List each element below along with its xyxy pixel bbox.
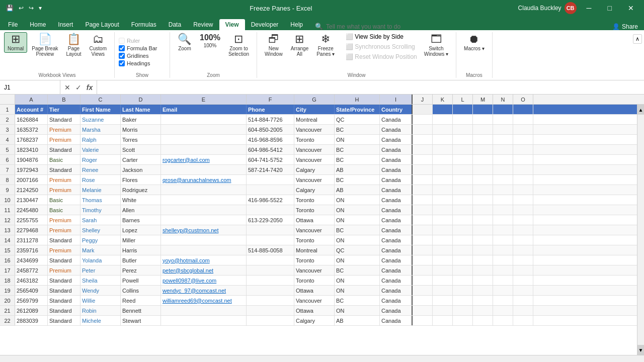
synchronous-scrolling-button[interactable]: ⬜ Synchronous Scrolling: [343, 42, 419, 51]
cell-i8[interactable]: Canada: [380, 175, 413, 185]
cell-a9[interactable]: 2124250: [15, 185, 48, 195]
col-header-l[interactable]: L: [453, 95, 473, 104]
undo-button[interactable]: ↩: [17, 4, 26, 13]
cell-e8[interactable]: qrose@arunachalnews.com: [161, 175, 247, 185]
save-button[interactable]: 💾: [4, 4, 16, 13]
cell-i22[interactable]: Canada: [380, 316, 413, 325]
cell-e7[interactable]: [161, 165, 247, 174]
col-header-o[interactable]: O: [513, 95, 533, 104]
cell-m6[interactable]: [473, 155, 493, 164]
cell-j16[interactable]: [413, 255, 433, 265]
cell-n5[interactable]: [493, 145, 513, 154]
tab-insert[interactable]: Insert: [52, 19, 79, 30]
cell-i19[interactable]: Canada: [380, 286, 413, 295]
cell-e9[interactable]: [161, 185, 247, 195]
tab-developer[interactable]: Developer: [245, 19, 285, 30]
col-header-m[interactable]: M: [473, 95, 493, 104]
cell-b15[interactable]: Premium: [48, 245, 80, 255]
cell-j20[interactable]: [413, 296, 433, 305]
redo-button[interactable]: ↪: [27, 4, 36, 13]
cell-l4[interactable]: [453, 135, 473, 144]
cell-e1[interactable]: Email: [161, 105, 247, 114]
cell-o9[interactable]: [513, 185, 533, 195]
cell-n10[interactable]: [493, 195, 513, 205]
tab-page-layout[interactable]: Page Layout: [79, 19, 125, 30]
maximize-button[interactable]: □: [602, 2, 618, 14]
cell-k6[interactable]: [433, 155, 453, 164]
cell-m7[interactable]: [473, 165, 493, 174]
col-header-h[interactable]: H: [335, 95, 380, 104]
cell-i20[interactable]: Canada: [380, 296, 413, 305]
cell-m1[interactable]: [473, 105, 493, 114]
tab-help[interactable]: Help: [284, 19, 309, 30]
cell-l19[interactable]: [453, 286, 473, 295]
cell-d11[interactable]: Allen: [121, 205, 161, 215]
cell-i18[interactable]: Canada: [380, 276, 413, 285]
cell-i2[interactable]: Canada: [380, 115, 413, 124]
cell-d3[interactable]: Morris: [121, 125, 161, 134]
cell-j7[interactable]: [413, 165, 433, 174]
name-box-input[interactable]: [4, 84, 56, 91]
cell-d21[interactable]: Bennett: [121, 306, 161, 315]
cell-l3[interactable]: [453, 125, 473, 134]
cell-i6[interactable]: Canada: [380, 155, 413, 164]
tab-file[interactable]: File: [2, 19, 24, 30]
formula-bar-checkbox-input[interactable]: [119, 45, 125, 51]
cell-h17[interactable]: BC: [335, 265, 380, 275]
cell-j17[interactable]: [413, 265, 433, 275]
zoom-button[interactable]: 🔍 Zoom: [174, 32, 195, 53]
cell-e6[interactable]: rogcarter@aol.com: [161, 155, 247, 164]
cell-o8[interactable]: [513, 175, 533, 185]
cell-k8[interactable]: [433, 175, 453, 185]
cell-g20[interactable]: Vancouver: [294, 296, 335, 305]
cell-a17[interactable]: 2458772: [15, 265, 48, 275]
cell-b1[interactable]: Tier: [48, 105, 80, 114]
cell-e5[interactable]: [161, 145, 247, 154]
cell-n11[interactable]: [493, 205, 513, 215]
cell-b5[interactable]: Standard: [48, 145, 80, 154]
cell-d8[interactable]: Flores: [121, 175, 161, 185]
cell-n18[interactable]: [493, 276, 513, 285]
col-header-i[interactable]: I: [380, 95, 413, 104]
cell-f17[interactable]: [247, 265, 294, 275]
cell-c5[interactable]: Valerie: [80, 145, 121, 154]
scroll-down-button[interactable]: ▼: [637, 345, 644, 355]
cell-g13[interactable]: Vancouver: [294, 225, 335, 235]
cell-o16[interactable]: [513, 255, 533, 265]
cell-h10[interactable]: ON: [335, 195, 380, 205]
cell-j22[interactable]: [413, 316, 433, 325]
cell-h16[interactable]: ON: [335, 255, 380, 265]
cell-h12[interactable]: ON: [335, 215, 380, 225]
cell-k2[interactable]: [433, 115, 453, 124]
cell-k20[interactable]: [433, 296, 453, 305]
cell-m16[interactable]: [473, 255, 493, 265]
cell-m9[interactable]: [473, 185, 493, 195]
cell-i5[interactable]: Canada: [380, 145, 413, 154]
cell-n16[interactable]: [493, 255, 513, 265]
cell-g2[interactable]: Montreal: [294, 115, 335, 124]
cell-n9[interactable]: [493, 185, 513, 195]
cell-e17[interactable]: peter@sbcglobal.net: [161, 265, 247, 275]
gridlines-checkbox[interactable]: Gridlines: [119, 52, 148, 59]
cell-e22[interactable]: [161, 316, 247, 325]
freeze-panes-button[interactable]: ❄ FreezePanes ▾: [313, 32, 338, 58]
row-num[interactable]: 11: [0, 205, 15, 215]
cell-a8[interactable]: 2007166: [15, 175, 48, 185]
cell-n14[interactable]: [493, 235, 513, 245]
cell-o21[interactable]: [513, 306, 533, 315]
cell-i10[interactable]: Canada: [380, 195, 413, 205]
cell-m8[interactable]: [473, 175, 493, 185]
cell-k1[interactable]: [433, 105, 453, 114]
cell-o18[interactable]: [513, 276, 533, 285]
cell-a16[interactable]: 2434699: [15, 255, 48, 265]
row-num[interactable]: 17: [0, 265, 15, 275]
cell-g6[interactable]: Vancouver: [294, 155, 335, 164]
cell-f22[interactable]: [247, 316, 294, 325]
row-num[interactable]: 15: [0, 245, 15, 255]
cell-d12[interactable]: Barnes: [121, 215, 161, 225]
cell-h2[interactable]: QC: [335, 115, 380, 124]
cell-n12[interactable]: [493, 215, 513, 225]
cell-c2[interactable]: Suzanne: [80, 115, 121, 124]
cell-a2[interactable]: 1626884: [15, 115, 48, 124]
cell-b13[interactable]: Premium: [48, 225, 80, 235]
